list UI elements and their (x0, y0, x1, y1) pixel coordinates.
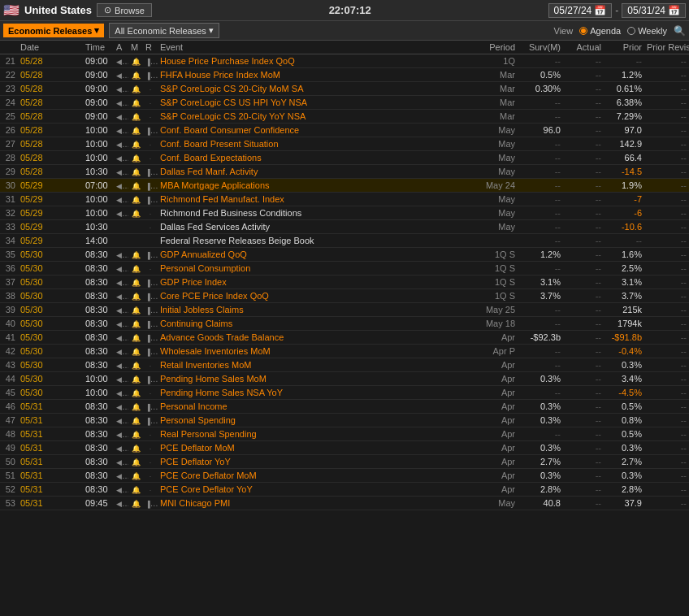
row-alert-icon[interactable]: 🔔 (128, 414, 143, 427)
economic-releases-filter[interactable]: Economic Releases ▾ (3, 24, 104, 37)
row-chart-icon[interactable]: · (143, 455, 158, 469)
row-event-name[interactable]: Conf. Board Expectations (158, 151, 472, 165)
row-alert-icon[interactable]: 🔔 (128, 441, 143, 455)
row-alert-icon[interactable]: 🔔 (128, 110, 143, 124)
row-chart-icon[interactable]: ▐▌▌ (143, 317, 158, 331)
row-audio-icon[interactable] (114, 234, 128, 248)
row-audio-icon[interactable]: ◀◀ (114, 165, 128, 179)
row-event-name[interactable]: Conf. Board Present Situation (158, 137, 472, 151)
row-chart-icon[interactable]: · (143, 469, 158, 483)
row-event-name[interactable]: Personal Spending (158, 414, 472, 427)
row-audio-icon[interactable]: ◀◀ (114, 193, 128, 206)
row-event-name[interactable]: Pending Home Sales MoM (158, 372, 472, 386)
row-alert-icon[interactable]: 🔔 (128, 455, 143, 469)
row-event-name[interactable]: Initial Jobless Claims (158, 303, 472, 317)
row-audio-icon[interactable]: ◀◀ (114, 110, 128, 124)
row-audio-icon[interactable]: ◀◀ (114, 289, 128, 303)
row-audio-icon[interactable]: ◀◀ (114, 179, 128, 193)
row-alert-icon[interactable]: 🔔 (128, 96, 143, 110)
all-economic-releases-filter[interactable]: All Economic Releases ▾ (109, 23, 219, 38)
row-event-name[interactable]: Real Personal Spending (158, 427, 472, 441)
row-audio-icon[interactable]: ◀◀ (114, 497, 128, 510)
row-chart-icon[interactable]: · (143, 151, 158, 165)
row-chart-icon[interactable]: ▐▌▌ (143, 193, 158, 206)
row-chart-icon[interactable]: · (143, 220, 158, 234)
date-to-box[interactable]: 05/31/24 📅 (622, 3, 686, 18)
row-chart-icon[interactable]: · (143, 427, 158, 441)
row-event-name[interactable]: GDP Price Index (158, 275, 472, 289)
row-audio-icon[interactable]: ◀◀ (114, 124, 128, 137)
row-alert-icon[interactable]: 🔔 (128, 303, 143, 317)
row-alert-icon[interactable]: 🔔 (128, 483, 143, 497)
row-event-name[interactable]: Federal Reserve Releases Beige Book (158, 234, 472, 248)
row-alert-icon[interactable]: 🔔 (128, 193, 143, 206)
browse-button[interactable]: ⊙ Browse (97, 3, 152, 17)
row-event-name[interactable]: Richmond Fed Manufact. Index (158, 193, 472, 206)
row-audio-icon[interactable]: ◀◀ (114, 206, 128, 220)
row-alert-icon[interactable]: 🔔 (128, 386, 143, 400)
row-event-name[interactable]: Conf. Board Consumer Confidence (158, 124, 472, 137)
row-alert-icon[interactable]: 🔔 (128, 137, 143, 151)
row-audio-icon[interactable]: ◀◀ (114, 54, 128, 68)
row-chart-icon[interactable]: · (143, 483, 158, 497)
row-alert-icon[interactable]: 🔔 (128, 331, 143, 345)
row-event-name[interactable]: MBA Mortgage Applications (158, 179, 472, 193)
row-alert-icon[interactable]: 🔔 (128, 124, 143, 137)
row-alert-icon[interactable]: 🔔 (128, 427, 143, 441)
row-chart-icon[interactable]: · (143, 262, 158, 275)
row-audio-icon[interactable] (114, 220, 128, 234)
row-event-name[interactable]: Pending Home Sales NSA YoY (158, 386, 472, 400)
row-chart-icon[interactable]: · (143, 206, 158, 220)
row-audio-icon[interactable]: ◀◀ (114, 414, 128, 427)
row-event-name[interactable]: Personal Consumption (158, 262, 472, 275)
row-audio-icon[interactable]: ◀◀ (114, 317, 128, 331)
row-alert-icon[interactable]: 🔔 (128, 497, 143, 510)
row-chart-icon[interactable]: · (143, 386, 158, 400)
row-chart-icon[interactable]: ▐▌▌ (143, 414, 158, 427)
row-audio-icon[interactable]: ◀◀ (114, 469, 128, 483)
row-event-name[interactable]: Retail Inventories MoM (158, 358, 472, 372)
row-alert-icon[interactable]: 🔔 (128, 248, 143, 262)
row-chart-icon[interactable]: ▐▌▌ (143, 248, 158, 262)
row-chart-icon[interactable]: · (143, 358, 158, 372)
row-audio-icon[interactable]: ◀◀ (114, 372, 128, 386)
row-alert-icon[interactable]: 🔔 (128, 400, 143, 414)
row-audio-icon[interactable]: ◀◀ (114, 248, 128, 262)
row-chart-icon[interactable]: ▐▌▌ (143, 165, 158, 179)
row-alert-icon[interactable]: 🔔 (128, 372, 143, 386)
agenda-radio[interactable]: Agenda (579, 26, 621, 36)
row-audio-icon[interactable]: ◀◀ (114, 427, 128, 441)
row-event-name[interactable]: Personal Income (158, 400, 472, 414)
row-alert-icon[interactable]: 🔔 (128, 165, 143, 179)
row-alert-icon[interactable]: 🔔 (128, 358, 143, 372)
row-audio-icon[interactable]: ◀◀ (114, 358, 128, 372)
date-from-box[interactable]: 05/27/24 📅 (548, 3, 613, 18)
row-event-name[interactable]: FHFA House Price Index MoM (158, 68, 472, 82)
row-event-name[interactable]: GDP Annualized QoQ (158, 248, 472, 262)
weekly-radio[interactable]: Weekly (627, 26, 667, 36)
row-event-name[interactable]: Wholesale Inventories MoM (158, 345, 472, 358)
row-event-name[interactable]: Advance Goods Trade Balance (158, 331, 472, 345)
row-event-name[interactable]: Richmond Fed Business Conditions (158, 206, 472, 220)
row-chart-icon[interactable]: ▐▌▌ (143, 289, 158, 303)
row-alert-icon[interactable]: 🔔 (128, 289, 143, 303)
row-event-name[interactable]: Continuing Claims (158, 317, 472, 331)
row-audio-icon[interactable]: ◀◀ (114, 137, 128, 151)
row-alert-icon[interactable]: 🔔 (128, 469, 143, 483)
row-alert-icon[interactable]: 🔔 (128, 345, 143, 358)
row-event-name[interactable]: S&P CoreLogic CS 20-City YoY NSA (158, 110, 472, 124)
row-alert-icon[interactable]: 🔔 (128, 275, 143, 289)
row-event-name[interactable]: S&P CoreLogic CS 20-City MoM SA (158, 82, 472, 96)
row-chart-icon[interactable]: · (143, 441, 158, 455)
row-chart-icon[interactable] (143, 234, 158, 248)
row-chart-icon[interactable]: ▐▌▌ (143, 400, 158, 414)
row-audio-icon[interactable]: ◀◀ (114, 275, 128, 289)
row-audio-icon[interactable]: ◀◀ (114, 68, 128, 82)
row-chart-icon[interactable]: ▐▌▌ (143, 331, 158, 345)
row-event-name[interactable]: Dallas Fed Services Activity (158, 220, 472, 234)
row-chart-icon[interactable]: ▐▌▌ (143, 179, 158, 193)
row-chart-icon[interactable]: ▐▌▌ (143, 372, 158, 386)
row-alert-icon[interactable]: 🔔 (128, 179, 143, 193)
row-audio-icon[interactable]: ◀◀ (114, 262, 128, 275)
row-chart-icon[interactable]: ▐▌▌ (143, 124, 158, 137)
